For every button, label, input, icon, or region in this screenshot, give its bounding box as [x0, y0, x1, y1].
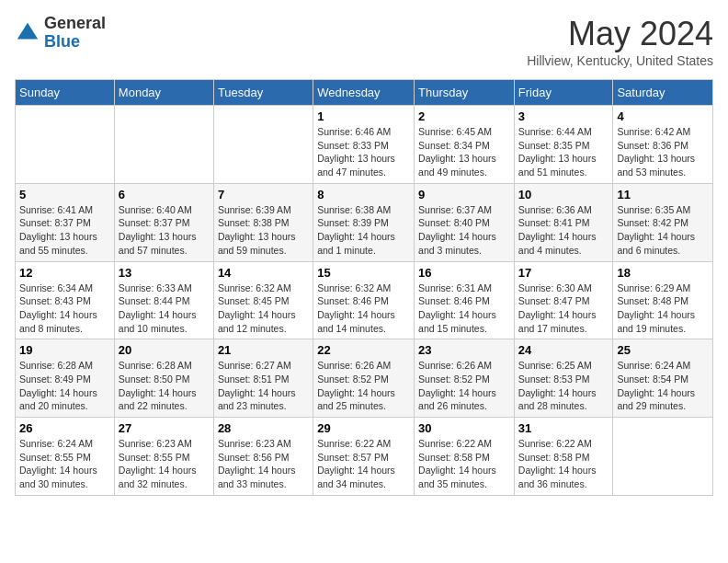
- calendar-cell: 6Sunrise: 6:40 AM Sunset: 8:37 PM Daylig…: [114, 183, 213, 261]
- day-number: 16: [418, 266, 510, 280]
- day-info: Sunrise: 6:29 AM Sunset: 8:48 PM Dayligh…: [617, 282, 709, 336]
- calendar-week-1: 1Sunrise: 6:46 AM Sunset: 8:33 PM Daylig…: [16, 106, 713, 184]
- calendar-header-row: SundayMondayTuesdayWednesdayThursdayFrid…: [16, 80, 713, 106]
- day-number: 20: [119, 343, 210, 357]
- day-info: Sunrise: 6:25 AM Sunset: 8:53 PM Dayligh…: [518, 359, 609, 413]
- day-info: Sunrise: 6:28 AM Sunset: 8:49 PM Dayligh…: [19, 359, 110, 413]
- day-number: 23: [418, 343, 510, 357]
- day-info: Sunrise: 6:39 AM Sunset: 8:38 PM Dayligh…: [218, 203, 309, 258]
- calendar-week-3: 12Sunrise: 6:34 AM Sunset: 8:43 PM Dayli…: [16, 261, 713, 339]
- month-title: May 2024: [527, 15, 713, 53]
- day-info: Sunrise: 6:30 AM Sunset: 8:47 PM Dayligh…: [518, 282, 609, 336]
- day-info: Sunrise: 6:22 AM Sunset: 8:57 PM Dayligh…: [317, 437, 410, 491]
- day-info: Sunrise: 6:22 AM Sunset: 8:58 PM Dayligh…: [418, 437, 510, 491]
- calendar-cell: [114, 106, 213, 184]
- calendar-cell: 11Sunrise: 6:35 AM Sunset: 8:42 PM Dayli…: [613, 183, 713, 261]
- location: Hillview, Kentucky, United States: [527, 53, 713, 68]
- day-number: 19: [19, 343, 110, 357]
- calendar-cell: 14Sunrise: 6:32 AM Sunset: 8:45 PM Dayli…: [213, 261, 313, 339]
- calendar-cell: 26Sunrise: 6:24 AM Sunset: 8:55 PM Dayli…: [16, 418, 115, 496]
- day-number: 28: [218, 421, 309, 435]
- day-header-friday: Friday: [514, 80, 613, 106]
- calendar-week-5: 26Sunrise: 6:24 AM Sunset: 8:55 PM Dayli…: [16, 418, 713, 496]
- calendar-cell: 31Sunrise: 6:22 AM Sunset: 8:58 PM Dayli…: [514, 418, 613, 496]
- calendar-cell: 18Sunrise: 6:29 AM Sunset: 8:48 PM Dayli…: [613, 261, 713, 339]
- day-info: Sunrise: 6:24 AM Sunset: 8:55 PM Dayligh…: [19, 437, 110, 491]
- calendar-cell: 16Sunrise: 6:31 AM Sunset: 8:46 PM Dayli…: [415, 261, 515, 339]
- day-number: 13: [119, 266, 210, 280]
- calendar-cell: 19Sunrise: 6:28 AM Sunset: 8:49 PM Dayli…: [16, 339, 115, 418]
- day-info: Sunrise: 6:22 AM Sunset: 8:58 PM Dayligh…: [518, 437, 609, 491]
- day-number: 3: [518, 109, 609, 123]
- calendar-week-2: 5Sunrise: 6:41 AM Sunset: 8:37 PM Daylig…: [16, 183, 713, 261]
- day-info: Sunrise: 6:23 AM Sunset: 8:56 PM Dayligh…: [218, 437, 309, 491]
- day-info: Sunrise: 6:26 AM Sunset: 8:52 PM Dayligh…: [418, 359, 510, 413]
- day-info: Sunrise: 6:42 AM Sunset: 8:36 PM Dayligh…: [617, 125, 709, 179]
- day-number: 22: [317, 343, 410, 357]
- day-number: 12: [19, 266, 110, 280]
- calendar-cell: 10Sunrise: 6:36 AM Sunset: 8:41 PM Dayli…: [514, 183, 613, 261]
- day-number: 1: [317, 109, 410, 123]
- day-number: 25: [617, 343, 709, 357]
- calendar-cell: 12Sunrise: 6:34 AM Sunset: 8:43 PM Dayli…: [16, 261, 115, 339]
- day-header-sunday: Sunday: [16, 80, 115, 106]
- header: General Blue May 2024 Hillview, Kentucky…: [15, 15, 713, 68]
- day-number: 17: [518, 266, 609, 280]
- day-number: 26: [19, 421, 110, 435]
- calendar-cell: [16, 106, 115, 184]
- day-info: Sunrise: 6:38 AM Sunset: 8:39 PM Dayligh…: [317, 203, 410, 258]
- calendar-cell: 13Sunrise: 6:33 AM Sunset: 8:44 PM Dayli…: [114, 261, 213, 339]
- day-number: 8: [317, 188, 410, 201]
- calendar-cell: 8Sunrise: 6:38 AM Sunset: 8:39 PM Daylig…: [313, 183, 415, 261]
- day-number: 29: [317, 421, 410, 435]
- day-number: 21: [218, 343, 309, 357]
- day-number: 30: [418, 421, 510, 435]
- calendar-cell: 1Sunrise: 6:46 AM Sunset: 8:33 PM Daylig…: [313, 106, 415, 184]
- day-number: 5: [19, 188, 110, 201]
- day-number: 2: [418, 109, 510, 123]
- calendar-cell: 17Sunrise: 6:30 AM Sunset: 8:47 PM Dayli…: [514, 261, 613, 339]
- calendar-cell: 20Sunrise: 6:28 AM Sunset: 8:50 PM Dayli…: [114, 339, 213, 418]
- day-number: 4: [617, 109, 709, 123]
- day-info: Sunrise: 6:28 AM Sunset: 8:50 PM Dayligh…: [119, 359, 210, 413]
- calendar-cell: 4Sunrise: 6:42 AM Sunset: 8:36 PM Daylig…: [613, 106, 713, 184]
- day-info: Sunrise: 6:27 AM Sunset: 8:51 PM Dayligh…: [218, 359, 309, 413]
- calendar-cell: 29Sunrise: 6:22 AM Sunset: 8:57 PM Dayli…: [313, 418, 415, 496]
- day-info: Sunrise: 6:44 AM Sunset: 8:35 PM Dayligh…: [518, 125, 609, 179]
- calendar-week-4: 19Sunrise: 6:28 AM Sunset: 8:49 PM Dayli…: [16, 339, 713, 418]
- calendar-cell: 21Sunrise: 6:27 AM Sunset: 8:51 PM Dayli…: [213, 339, 313, 418]
- day-header-saturday: Saturday: [613, 80, 713, 106]
- day-number: 15: [317, 266, 410, 280]
- calendar-table: SundayMondayTuesdayWednesdayThursdayFrid…: [15, 79, 713, 496]
- calendar-cell: 23Sunrise: 6:26 AM Sunset: 8:52 PM Dayli…: [415, 339, 515, 418]
- calendar-cell: 27Sunrise: 6:23 AM Sunset: 8:55 PM Dayli…: [114, 418, 213, 496]
- day-info: Sunrise: 6:31 AM Sunset: 8:46 PM Dayligh…: [418, 282, 510, 336]
- calendar-cell: 28Sunrise: 6:23 AM Sunset: 8:56 PM Dayli…: [213, 418, 313, 496]
- day-number: 6: [119, 188, 210, 201]
- logo-text: General Blue: [44, 15, 106, 52]
- calendar-cell: 7Sunrise: 6:39 AM Sunset: 8:38 PM Daylig…: [213, 183, 313, 261]
- logo-blue: Blue: [44, 33, 106, 52]
- logo-icon: [15, 20, 40, 46]
- day-number: 31: [518, 421, 609, 435]
- day-info: Sunrise: 6:24 AM Sunset: 8:54 PM Dayligh…: [617, 359, 709, 413]
- day-info: Sunrise: 6:45 AM Sunset: 8:34 PM Dayligh…: [418, 125, 510, 179]
- calendar-cell: 15Sunrise: 6:32 AM Sunset: 8:46 PM Dayli…: [313, 261, 415, 339]
- day-info: Sunrise: 6:34 AM Sunset: 8:43 PM Dayligh…: [19, 282, 110, 336]
- day-number: 10: [518, 188, 609, 201]
- day-number: 27: [119, 421, 210, 435]
- day-info: Sunrise: 6:32 AM Sunset: 8:46 PM Dayligh…: [317, 282, 410, 336]
- logo-general: General: [44, 15, 106, 33]
- svg-marker-0: [17, 23, 38, 40]
- title-area: May 2024 Hillview, Kentucky, United Stat…: [527, 15, 713, 68]
- day-header-monday: Monday: [114, 80, 213, 106]
- calendar-cell: 3Sunrise: 6:44 AM Sunset: 8:35 PM Daylig…: [514, 106, 613, 184]
- day-number: 24: [518, 343, 609, 357]
- calendar-cell: 2Sunrise: 6:45 AM Sunset: 8:34 PM Daylig…: [415, 106, 515, 184]
- calendar-cell: 30Sunrise: 6:22 AM Sunset: 8:58 PM Dayli…: [415, 418, 515, 496]
- day-number: 7: [218, 188, 309, 201]
- day-number: 18: [617, 266, 709, 280]
- calendar-cell: 9Sunrise: 6:37 AM Sunset: 8:40 PM Daylig…: [415, 183, 515, 261]
- day-info: Sunrise: 6:41 AM Sunset: 8:37 PM Dayligh…: [19, 203, 110, 258]
- day-number: 11: [617, 188, 709, 201]
